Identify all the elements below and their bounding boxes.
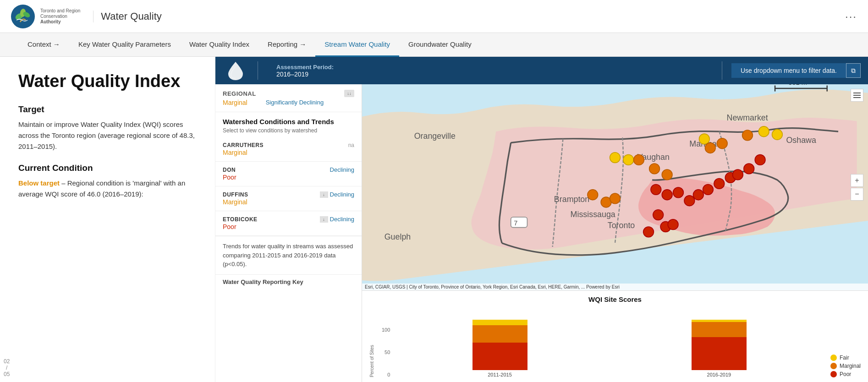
fair-label: Fair <box>840 355 849 361</box>
watershed-title: Watershed Conditions and Trends <box>215 112 362 127</box>
watershed-item-carruthers[interactable]: CARRUTHERS na Marginal <box>215 137 362 162</box>
left-panel: Water Quality Index Target Maintain or i… <box>0 57 215 382</box>
don-condition: Poor <box>223 174 236 181</box>
svg-text:Newmarket: Newmarket <box>727 113 768 122</box>
svg-point-20 <box>772 129 783 140</box>
svg-point-24 <box>705 143 715 153</box>
regional-trend-icon: ↓↓ <box>344 90 354 97</box>
chart-title: WQI Site Scores <box>369 295 861 303</box>
content-area: REGIONAL ↓↓ Marginal Significantly Decli… <box>215 84 868 382</box>
bar-group-2011-2015: 2011-2015 <box>399 320 600 377</box>
svg-point-21 <box>634 155 644 165</box>
org-name-block: Toronto and RegionConservationAuthority <box>40 8 80 25</box>
svg-text:Guelph: Guelph <box>385 232 411 241</box>
target-heading: Target <box>18 104 197 115</box>
map-zoom-controls: + − <box>851 174 863 201</box>
don-trend: Declining <box>330 166 354 173</box>
nav-groundwater[interactable]: Groundwater Quality <box>399 33 481 57</box>
legend-marginal: Marginal <box>830 363 861 369</box>
svg-point-34 <box>693 190 703 200</box>
watershed-item-duffins[interactable]: DUFFINS ↓Declining Marginal <box>215 186 362 211</box>
marginal-segment-2016 <box>692 322 747 337</box>
chart-content: Percent of Sites 100 50 0 <box>369 307 861 377</box>
zoom-out-button[interactable]: − <box>851 188 863 201</box>
logo-area: Toronto and RegionConservationAuthority … <box>11 5 162 28</box>
external-link-icon: ⧉ <box>851 67 856 75</box>
svg-rect-14 <box>511 217 527 228</box>
bar-divider <box>258 61 258 80</box>
svg-point-38 <box>733 169 743 180</box>
chart-section: WQI Site Scores Percent of Sites 100 50 … <box>362 290 868 382</box>
svg-point-22 <box>649 164 660 174</box>
y-axis-label: Percent of Sites <box>369 345 374 377</box>
target-text: Maintain or improve Water Quality Index … <box>18 119 197 152</box>
svg-point-19 <box>758 126 769 137</box>
header: Toronto and RegionConservationAuthority … <box>0 0 868 33</box>
regional-condition-row: Marginal Significantly Declining <box>223 99 354 106</box>
svg-point-39 <box>744 164 754 174</box>
poor-dot <box>830 371 837 377</box>
svg-point-32 <box>673 187 684 198</box>
duffins-trend: ↓Declining <box>320 191 354 198</box>
trends-note: Trends for water quality in streams was … <box>215 236 362 274</box>
watershed-panel: REGIONAL ↓↓ Marginal Significantly Decli… <box>215 84 362 382</box>
bars-container: 2011-2015 <box>399 318 819 377</box>
map-svg: Orangeville Newmarket Vaughan Markham Os… <box>362 84 868 290</box>
trca-logo <box>11 5 35 28</box>
page-title: Water Quality Index <box>18 71 197 92</box>
nav-context[interactable]: Context → <box>18 33 69 57</box>
duffins-condition: Marginal <box>223 198 247 206</box>
marginal-label: Marginal <box>840 363 861 369</box>
map-attribution: Esri, CGIAR, USGS | City of Toronto, Pro… <box>362 284 868 290</box>
bar-label-2016: 2016-2019 <box>707 372 731 377</box>
regional-condition: Marginal <box>223 99 247 106</box>
list-icon <box>853 92 861 98</box>
svg-point-29 <box>610 193 621 204</box>
header-more-button[interactable]: ··· <box>845 10 857 23</box>
fair-segment-2011 <box>472 320 527 325</box>
zoom-in-button[interactable]: + <box>851 174 863 187</box>
nav-reporting[interactable]: Reporting → <box>258 33 315 57</box>
nav-key-params[interactable]: Key Water Quality Parameters <box>69 33 180 57</box>
watershed-item-etobicoke[interactable]: ETOBICOKE ↓Declining Poor <box>215 211 362 236</box>
nav-stream-water-quality[interactable]: Stream Water Quality <box>315 33 399 57</box>
svg-point-41 <box>653 210 664 220</box>
map-list-button[interactable] <box>851 89 863 102</box>
bar-group-2016-2019: 2016-2019 <box>619 320 819 377</box>
svg-point-31 <box>662 190 672 200</box>
poor-segment-2016 <box>692 337 747 370</box>
svg-point-30 <box>651 185 661 195</box>
external-link-button[interactable]: ⧉ <box>846 63 861 78</box>
y-axis-ticks: 100 50 0 <box>382 327 392 377</box>
header-title: Water Quality <box>93 11 161 22</box>
svg-point-35 <box>703 185 714 195</box>
filter-instruction: Use dropdown menu to filter data. <box>731 63 846 78</box>
svg-point-27 <box>588 190 598 200</box>
regional-label: REGIONAL <box>223 90 256 97</box>
regional-trend: Significantly Declining <box>266 99 324 106</box>
poor-segment-2011 <box>472 343 527 370</box>
nav-wqi[interactable]: Water Quality Index <box>180 33 258 57</box>
fair-dot <box>830 355 837 361</box>
svg-point-23 <box>662 169 672 180</box>
don-name: DON <box>223 167 236 173</box>
water-icon-container <box>223 61 248 80</box>
svg-text:Orangeville: Orangeville <box>414 131 456 141</box>
regional-section: REGIONAL ↓↓ Marginal Significantly Decli… <box>215 84 362 112</box>
svg-point-40 <box>755 155 765 165</box>
duffins-name: DUFFINS <box>223 191 248 198</box>
right-section: Assessment Period: 2016–2019 Use dropdow… <box>215 57 868 382</box>
marginal-segment-2011 <box>472 325 527 343</box>
carruthers-name: CARRUTHERS <box>223 142 264 148</box>
carruthers-trend: na <box>348 142 354 148</box>
condition-text: Below target – Regional condition is 'ma… <box>18 178 197 200</box>
bar-stack-2011 <box>472 320 527 370</box>
legend-poor: Poor <box>830 371 861 377</box>
below-target-label: Below target <box>18 179 60 187</box>
slide-counter: 02 / 05 <box>4 358 10 377</box>
watershed-item-don[interactable]: DON Declining Poor <box>215 162 362 186</box>
etobicoke-condition: Poor <box>223 223 236 230</box>
svg-text:Brampton: Brampton <box>554 195 589 204</box>
map-container[interactable]: Orangeville Newmarket Vaughan Markham Os… <box>362 84 868 290</box>
watershed-subtitle: Select to view conditions by watershed <box>215 127 362 137</box>
